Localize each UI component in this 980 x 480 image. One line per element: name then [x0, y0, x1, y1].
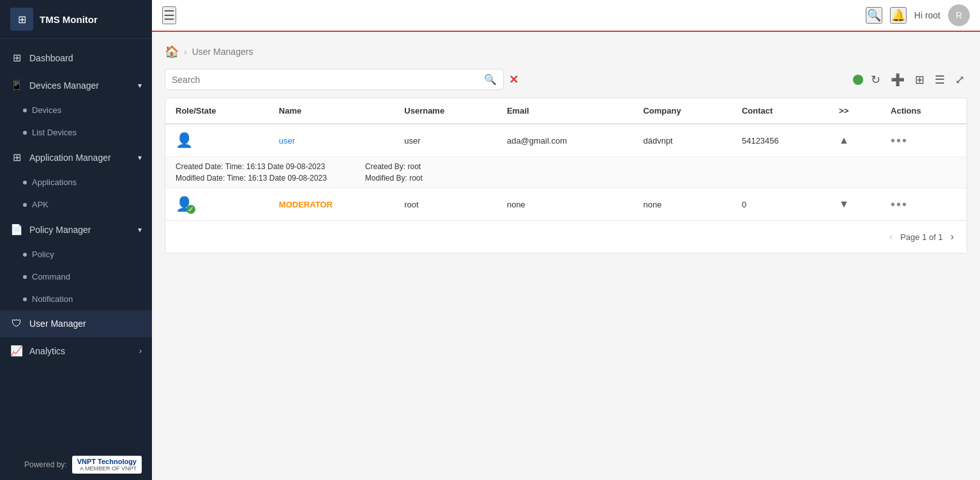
detail-col-left: Created Date: Time: 16:13 Date 09-08-202…	[176, 162, 327, 183]
vnpt-brand: VNPT Technology	[77, 458, 137, 465]
cell-actions: •••	[880, 188, 967, 221]
row-actions-button[interactable]: •••	[891, 197, 908, 212]
breadcrumb: 🏠 › User Managers	[165, 45, 967, 59]
col-contact: Contact	[732, 98, 829, 124]
cell-company: none	[633, 188, 731, 221]
sidebar-sub-label: Applications	[32, 177, 77, 187]
sidebar-item-devices[interactable]: Devices	[0, 99, 152, 121]
expand-row-button[interactable]: ▼	[839, 199, 849, 210]
col-extra: >>	[829, 98, 880, 124]
sidebar-item-notification[interactable]: Notification	[0, 288, 152, 310]
col-email: Email	[497, 98, 633, 124]
sidebar-header: ⊞ TMS Monitor	[0, 0, 152, 39]
cell-username: user	[394, 124, 497, 157]
breadcrumb-current: User Managers	[192, 47, 253, 57]
modified-date: Modified Date: Time: 16:13 Date 09-08-20…	[176, 174, 327, 183]
sidebar-item-label: Application Manager	[29, 153, 132, 163]
moderator-name: MODERATOR	[279, 200, 333, 209]
list-view-button[interactable]: ☰	[932, 70, 947, 89]
sidebar-item-devices-manager[interactable]: 📱 Devices Manager ▾	[0, 71, 152, 99]
analytics-icon: 📈	[10, 345, 23, 357]
logo-icon: ⊞	[10, 8, 33, 31]
sidebar-item-list-devices[interactable]: List Devices	[0, 121, 152, 144]
users-table: Role/State Name Username Email Company C…	[165, 98, 967, 253]
user-role-icon: 👤	[176, 132, 193, 148]
moderator-role-icon: 👤 ✓	[176, 196, 193, 213]
dot-icon	[23, 181, 27, 184]
content-area: 🏠 › User Managers 🔍 ✕ ↻ ➕ ⊞ ☰ ⤢ Ro	[152, 32, 980, 480]
sidebar-item-application-manager[interactable]: ⊞ Application Manager ▾	[0, 144, 152, 171]
prev-page-button[interactable]: ‹	[887, 229, 895, 245]
add-user-button[interactable]: ➕	[888, 70, 907, 89]
avatar[interactable]: R	[948, 4, 970, 26]
main-content: ☰ 🔍 🔔 Hi root R 🏠 › User Managers 🔍 ✕ ↻ …	[152, 0, 980, 480]
clear-search-button[interactable]: ✕	[509, 73, 518, 87]
col-name: Name	[269, 98, 394, 124]
col-role-state: Role/State	[165, 98, 269, 124]
sidebar-item-dashboard[interactable]: ⊞ Dashboard	[0, 44, 152, 71]
cell-contact: 0	[732, 188, 829, 221]
sidebar-item-analytics[interactable]: 📈 Analytics ›	[0, 337, 152, 364]
table-toolbar: 🔍 ✕ ↻ ➕ ⊞ ☰ ⤢	[165, 69, 967, 90]
chevron-down-icon: ▾	[138, 225, 142, 234]
sidebar-item-label: Policy Manager	[29, 225, 132, 235]
collapse-row-button[interactable]: ▲	[839, 135, 849, 146]
dot-icon	[23, 253, 27, 257]
cell-role: 👤 ✓	[165, 188, 269, 221]
topbar-greeting: Hi root	[914, 10, 940, 20]
row-actions-button[interactable]: •••	[891, 133, 908, 148]
dot-icon	[23, 131, 27, 135]
cell-role: 👤	[165, 124, 269, 157]
sidebar-item-user-manager[interactable]: 🛡 User Manager	[0, 310, 152, 337]
search-input[interactable]	[172, 75, 484, 85]
cell-name: user	[269, 124, 394, 157]
policy-manager-icon: 📄	[10, 223, 23, 236]
chevron-down-icon: ▾	[138, 153, 142, 162]
status-indicator[interactable]	[853, 75, 863, 85]
cell-expand: ▼	[829, 188, 880, 221]
sidebar-item-command[interactable]: Command	[0, 266, 152, 288]
sidebar-item-policy[interactable]: Policy	[0, 243, 152, 266]
sidebar-sub-label: Notification	[32, 294, 73, 304]
sidebar-menu: ⊞ Dashboard 📱 Devices Manager ▾ Devices …	[0, 39, 152, 449]
topbar-bell-button[interactable]: 🔔	[890, 7, 907, 24]
created-date: Created Date: Time: 16:13 Date 09-08-202…	[176, 162, 327, 171]
sidebar-item-label: Dashboard	[29, 53, 142, 63]
fullscreen-button[interactable]: ⤢	[953, 70, 967, 89]
dot-icon	[23, 297, 27, 301]
menu-toggle-button[interactable]: ☰	[162, 6, 176, 24]
refresh-button[interactable]: ↻	[868, 70, 883, 89]
next-page-button[interactable]: ›	[948, 229, 956, 245]
sidebar-sub-label: Policy	[32, 250, 54, 259]
columns-button[interactable]: ⊞	[912, 70, 927, 89]
user-manager-icon: 🛡	[10, 318, 23, 329]
sidebar-item-label: Analytics	[29, 346, 133, 356]
sidebar-sub-label: APK	[32, 200, 49, 209]
cell-expand: ▲	[829, 124, 880, 157]
sidebar-item-applications[interactable]: Applications	[0, 171, 152, 193]
devices-manager-icon: 📱	[10, 79, 23, 91]
sidebar-item-label: User Manager	[29, 319, 142, 329]
detail-cell: Created Date: Time: 16:13 Date 09-08-202…	[165, 157, 967, 188]
sidebar-item-apk[interactable]: APK	[0, 193, 152, 216]
sidebar-item-policy-manager[interactable]: 📄 Policy Manager ▾	[0, 216, 152, 243]
sidebar-sub-label: Command	[32, 272, 70, 281]
detail-content: Created Date: Time: 16:13 Date 09-08-202…	[176, 162, 956, 183]
chevron-down-icon: ▾	[138, 81, 142, 90]
page-footer: Powered by: VNPT Technology A MEMBER OF …	[0, 449, 152, 480]
search-button[interactable]: 🔍	[484, 73, 497, 86]
col-actions: Actions	[880, 98, 967, 124]
dot-icon	[23, 203, 27, 207]
table-row: 👤 user user ada@gmail.com dádvnpt 541234…	[165, 124, 967, 157]
modified-by: Modified By: root	[365, 174, 423, 183]
created-by: Created By: root	[365, 162, 423, 171]
cell-company: dádvnpt	[633, 124, 731, 157]
home-icon[interactable]: 🏠	[165, 45, 179, 59]
cell-username: root	[394, 188, 497, 221]
dot-icon	[23, 275, 27, 279]
sidebar-sub-label: Devices	[32, 105, 61, 115]
topbar-search-button[interactable]: 🔍	[866, 7, 882, 24]
user-name: user	[279, 136, 295, 146]
cell-email: none	[497, 188, 633, 221]
cell-name: MODERATOR	[269, 188, 394, 221]
